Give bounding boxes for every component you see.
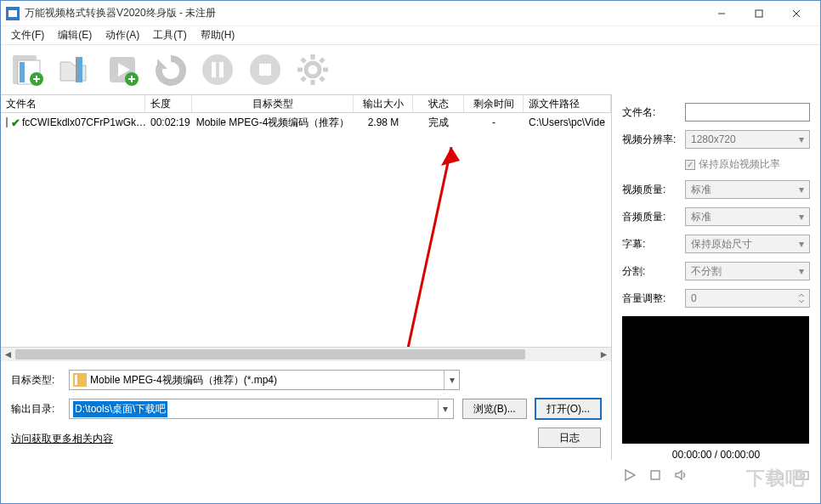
chevron-down-icon[interactable]: ▾ [794,263,809,280]
col-src-path[interactable]: 源文件路径 [524,95,611,112]
cell-length: 00:02:19 [145,113,192,132]
svg-rect-18 [651,471,660,479]
subtitle-label: 字幕: [622,237,680,252]
scroll-right-arrow-icon[interactable]: ► [597,348,611,360]
col-out-size[interactable]: 输出大小 [354,95,413,112]
output-dir-value: D:\tools\桌面\下载吧 [73,401,167,417]
replay-button[interactable] [150,50,190,89]
audio-quality-label: 音频质量: [622,210,680,224]
open-button[interactable]: 打开(O)... [535,399,601,419]
list-header: 文件名 长度 目标类型 输出大小 状态 剩余时间 源文件路径 [1,94,611,113]
video-quality-select[interactable]: 标准▾ [685,180,810,199]
keep-ratio-label: 保持原始视频比率 [699,157,780,172]
toolbar [1,45,820,94]
add-folder-button[interactable] [55,50,94,89]
svg-rect-7 [76,57,77,82]
related-link[interactable]: 访问获取更多相关内容 [11,432,113,446]
video-quality-label: 视频质量: [622,183,680,197]
volume-button[interactable] [673,467,688,483]
menu-action[interactable]: 动作(A) [99,26,146,44]
col-remain[interactable]: 剩余时间 [464,95,524,112]
svg-rect-17 [75,375,77,385]
add-file-button[interactable] [8,50,47,89]
chevron-down-icon[interactable]: ▾ [794,181,809,198]
cell-src-path: C:\Users\pc\Vide [524,113,611,132]
svg-rect-14 [259,64,271,76]
preview-time: 00:00:00 / 00:00:00 [622,444,810,467]
target-type-label: 目标类型: [11,373,60,388]
col-filename[interactable]: 文件名 [1,95,145,112]
filename-label: 文件名: [622,105,680,120]
video-file-icon [73,373,87,387]
minimize-button[interactable] [703,2,740,25]
volume-label: 音量调整: [622,292,680,306]
scroll-thumb[interactable] [15,349,525,360]
convert-button[interactable] [103,50,142,89]
done-check-icon: ✔ [11,116,20,129]
close-button[interactable] [778,2,815,25]
row-checkbox[interactable] [6,117,8,127]
play-button[interactable] [622,467,637,483]
cell-out-size: 2.98 M [354,113,413,132]
output-dir-label: 输出目录: [11,402,60,416]
browse-button[interactable]: 浏览(B)... [462,399,527,419]
window-title: 万能视频格式转换器V2020终身版 - 未注册 [25,6,703,20]
stop-preview-button[interactable] [648,467,663,483]
chevron-down-icon[interactable]: ▾ [794,208,809,225]
snapshot-camera-button[interactable] [795,467,810,483]
menu-edit[interactable]: 编辑(E) [51,26,99,44]
col-length[interactable]: 长度 [145,95,192,112]
output-dir-combo[interactable]: D:\tools\桌面\下载吧 ▾ [69,399,454,419]
pause-button[interactable] [198,50,237,89]
cell-target-type: Mobile MPEG-4视频编码（推荐） [192,113,354,132]
cell-status: 完成 [413,113,464,132]
chevron-down-icon[interactable]: ▾ [444,371,459,389]
chevron-down-icon[interactable]: ▾ [794,235,809,252]
split-label: 分割: [622,264,680,279]
main-area: 文件名 长度 目标类型 输出大小 状态 剩余时间 源文件路径 ✔ fcCWIEk… [1,94,820,460]
stop-button[interactable] [246,50,285,89]
menu-bar: 文件(F) 编辑(E) 动作(A) 工具(T) 帮助(H) [1,26,820,45]
properties-pane: 文件名: 视频分辨率: 1280x720▾ ✓ 保持原始视频比率 视频质量: 标… [612,94,820,460]
menu-file[interactable]: 文件(F) [4,26,51,44]
audio-quality-select[interactable]: 标准▾ [685,207,810,226]
split-select[interactable]: 不分割▾ [685,262,810,280]
menu-help[interactable]: 帮助(H) [194,26,242,44]
svg-rect-6 [77,57,82,82]
maximize-button[interactable] [740,2,778,25]
svg-rect-11 [212,62,216,77]
preview-panel: 00:00:00 / 00:00:00 [622,316,810,483]
file-list-pane: 文件名 长度 目标类型 输出大小 状态 剩余时间 源文件路径 ✔ fcCWIEk… [1,94,612,460]
annotation-arrow-icon [400,147,468,347]
app-icon [6,7,20,20]
col-target-type[interactable]: 目标类型 [192,95,354,112]
col-status[interactable]: 状态 [413,95,464,112]
target-type-combo[interactable]: Mobile MPEG-4视频编码（推荐）(*.mp4) ▾ [69,370,460,390]
chevron-down-icon[interactable]: ▾ [794,131,809,148]
chevron-down-icon[interactable]: ▾ [438,399,453,418]
filename-input[interactable] [685,103,810,122]
resolution-select[interactable]: 1280x720▾ [685,130,810,149]
svg-rect-1 [756,10,762,17]
horizontal-scrollbar[interactable]: ◄ ► [1,347,611,361]
table-row[interactable]: ✔ fcCWIEkdlx07CFrP1wGk… 00:02:19 Mobile … [1,113,611,132]
spinner-buttons-icon[interactable] [794,290,809,307]
keep-ratio-checkbox[interactable]: ✓ [685,160,695,170]
svg-rect-12 [219,62,224,77]
target-type-value: Mobile MPEG-4视频编码（推荐）(*.mp4) [90,373,277,388]
snapshot-folder-button[interactable] [769,467,784,483]
preview-video[interactable] [622,316,809,444]
list-body[interactable]: ✔ fcCWIEkdlx07CFrP1wGk… 00:02:19 Mobile … [1,113,611,347]
menu-tools[interactable]: 工具(T) [146,26,193,44]
settings-button[interactable] [293,50,332,89]
scroll-left-arrow-icon[interactable]: ◄ [1,348,15,360]
bottom-form: 目标类型: Mobile MPEG-4视频编码（推荐）(*.mp4) ▾ 输出目… [1,361,611,460]
volume-spinner[interactable]: 0 [685,289,810,308]
title-bar: 万能视频格式转换器V2020终身版 - 未注册 [1,1,820,26]
subtitle-select[interactable]: 保持原始尺寸▾ [685,235,810,253]
resolution-label: 视频分辨率: [622,133,680,147]
log-button[interactable]: 日志 [538,428,601,448]
svg-rect-4 [20,62,25,82]
cell-filename: fcCWIEkdlx07CFrP1wGk… [22,116,145,128]
cell-remain: - [464,113,524,132]
